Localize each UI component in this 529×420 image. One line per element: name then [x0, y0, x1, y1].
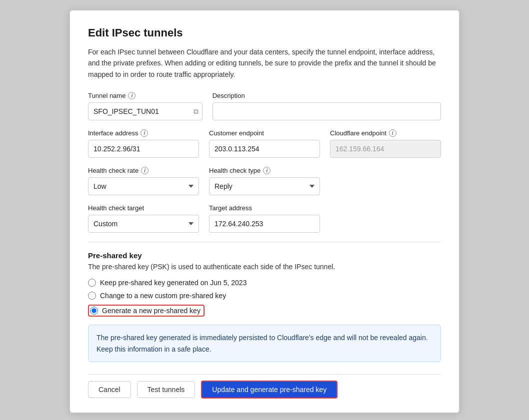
customer-endpoint-group: Customer endpoint [209, 129, 320, 158]
psk-radio-keep[interactable]: Keep pre-shared key generated on Jun 5, … [88, 279, 441, 287]
psk-radio-generate-wrapper: Generate a new pre-shared key [88, 305, 204, 317]
psk-title: Pre-shared key [88, 251, 441, 260]
cloudflare-endpoint-info-icon[interactable]: i [389, 129, 396, 137]
tunnel-name-label: Tunnel name i [88, 92, 202, 99]
description-input[interactable] [212, 102, 441, 120]
footer-actions: Cancel Test tunnels Update and generate … [88, 374, 441, 399]
tunnel-name-group: Tunnel name i ⧉ [88, 92, 202, 120]
psk-radio-change-input[interactable] [88, 292, 96, 300]
health-check-type-group: Health check type i Reply Request [209, 167, 320, 195]
update-generate-button[interactable]: Update and generate pre-shared key [201, 381, 338, 399]
health-check-type-select[interactable]: Reply Request [209, 177, 320, 195]
psk-radio-generate-label: Generate a new pre-shared key [102, 307, 200, 315]
target-address-label: Target address [209, 204, 320, 212]
health-check-row: Health check rate i Low Medium High Heal… [88, 167, 441, 195]
health-check-type-info-icon[interactable]: i [263, 167, 270, 174]
target-address-input[interactable] [209, 215, 320, 233]
psk-radio-change-label: Change to a new custom pre-shared key [100, 292, 226, 300]
psk-radio-keep-input[interactable] [88, 279, 96, 287]
interface-address-group: Interface address i [88, 129, 199, 158]
test-tunnels-button[interactable]: Test tunnels [137, 381, 196, 398]
cloudflare-endpoint-input [330, 140, 441, 158]
copy-icon[interactable]: ⧉ [194, 107, 198, 116]
address-endpoint-row: Interface address i Customer endpoint Cl… [88, 129, 441, 158]
cloudflare-endpoint-group: Cloudflare endpoint i [330, 129, 441, 158]
modal-description: For each IPsec tunnel between Cloudflare… [88, 46, 441, 80]
interface-address-input[interactable] [88, 140, 199, 158]
tunnel-name-description-row: Tunnel name i ⧉ Description [88, 92, 441, 120]
health-check-rate-group: Health check rate i Low Medium High [88, 167, 199, 195]
divider [88, 242, 441, 242]
psk-radio-keep-label: Keep pre-shared key generated on Jun 5, … [100, 279, 246, 287]
description-group: Description [212, 92, 441, 120]
psk-radio-group: Keep pre-shared key generated on Jun 5, … [88, 279, 441, 317]
target-row: Health check target Custom Default Targe… [88, 204, 441, 233]
psk-info-text: The pre-shared key generated is immediat… [96, 334, 428, 353]
target-address-group: Target address [209, 204, 320, 233]
health-check-target-label: Health check target [88, 204, 199, 212]
customer-endpoint-input[interactable] [209, 140, 320, 158]
health-check-target-group: Health check target Custom Default [88, 204, 199, 233]
psk-radio-generate-input[interactable] [90, 307, 98, 315]
edit-ipsec-modal: Edit IPsec tunnels For each IPsec tunnel… [70, 10, 460, 413]
interface-address-info-icon[interactable]: i [140, 129, 148, 137]
description-label: Description [212, 92, 441, 99]
tunnel-name-input[interactable] [88, 102, 202, 120]
psk-radio-generate[interactable]: Generate a new pre-shared key [88, 305, 441, 317]
interface-address-label: Interface address i [88, 129, 199, 137]
psk-section: Pre-shared key The pre-shared key (PSK) … [88, 251, 441, 362]
health-check-rate-label: Health check rate i [88, 167, 199, 174]
cancel-button[interactable]: Cancel [88, 381, 131, 398]
health-check-rate-select[interactable]: Low Medium High [88, 177, 199, 195]
tunnel-name-info-icon[interactable]: i [128, 92, 136, 99]
psk-description: The pre-shared key (PSK) is used to auth… [88, 263, 441, 271]
psk-info-box: The pre-shared key generated is immediat… [88, 325, 441, 362]
cloudflare-endpoint-label: Cloudflare endpoint i [330, 129, 441, 137]
customer-endpoint-label: Customer endpoint [209, 129, 320, 137]
tunnel-name-input-wrapper: ⧉ [88, 102, 202, 120]
modal-title: Edit IPsec tunnels [88, 26, 441, 39]
health-check-type-label: Health check type i [209, 167, 320, 174]
psk-radio-change[interactable]: Change to a new custom pre-shared key [88, 292, 441, 300]
health-check-target-select[interactable]: Custom Default [88, 215, 199, 233]
health-check-rate-info-icon[interactable]: i [141, 167, 148, 174]
